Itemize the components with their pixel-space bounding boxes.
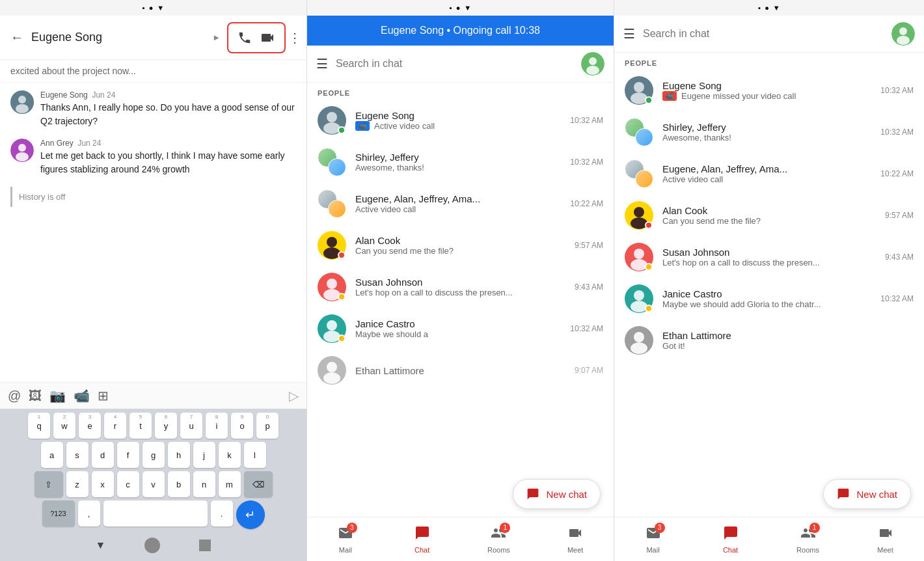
nav-mail-right[interactable]: 3 Mail: [614, 517, 692, 561]
contact-item-ethan[interactable]: Ethan Lattimore 9:07 AM: [307, 349, 614, 391]
key-shift[interactable]: ⇧: [34, 471, 63, 497]
alan-avatar: [318, 231, 346, 260]
contact-item-eugene[interactable]: Eugene Song 📹 Active video call 10:32 AM: [307, 100, 614, 141]
key-b[interactable]: b: [168, 471, 190, 497]
away-indicator: [338, 335, 346, 342]
nav-meet-right[interactable]: Meet: [847, 517, 924, 561]
contact-item-alan-right[interactable]: Alan Cook Can you send me the file? 9:57…: [614, 195, 924, 236]
clipped-text: excited about the project now...: [10, 66, 136, 76]
key-a[interactable]: a: [41, 442, 63, 468]
key-r[interactable]: 4r: [104, 413, 126, 439]
nav-rooms-right[interactable]: 1 Rooms: [769, 517, 847, 561]
at-icon[interactable]: @: [8, 389, 21, 404]
more-options-button[interactable]: ⋮: [288, 30, 301, 46]
hamburger-icon-right[interactable]: ☰: [623, 26, 635, 42]
camera-icon[interactable]: 📷: [49, 388, 66, 404]
key-e[interactable]: 3e: [79, 413, 101, 439]
user-avatar-right[interactable]: [891, 22, 915, 46]
message-date: Jun 24: [77, 139, 101, 148]
key-backspace[interactable]: ⌫: [244, 471, 273, 497]
sender-name: Ann Grey: [40, 139, 74, 148]
back-button[interactable]: ←: [8, 27, 26, 48]
contact-item-alan[interactable]: Alan Cook Can you send me the file? 9:57…: [307, 225, 614, 266]
contact-item-shirley[interactable]: Shirley, Jeffery Awesome, thanks! 10:32 …: [307, 141, 614, 183]
nav-mail-label-right: Mail: [646, 546, 659, 554]
key-z[interactable]: z: [66, 471, 88, 497]
svg-point-23: [323, 372, 340, 384]
key-o[interactable]: 9o: [231, 413, 253, 439]
key-period[interactable]: .: [211, 500, 233, 527]
key-t[interactable]: 5t: [129, 413, 152, 439]
contact-time-right: 10:32 AM: [880, 86, 914, 95]
video-attach-icon[interactable]: 📹: [74, 388, 90, 404]
svg-point-22: [327, 362, 337, 372]
contact-name: Eugene, Alan, Jeffrey, Ama...: [355, 193, 565, 204]
contact-name-right: Shirley, Jeffery: [662, 122, 875, 133]
key-u[interactable]: 7u: [180, 413, 202, 439]
contact-item-susan-right[interactable]: Susan Johnson Let's hop on a call to dis…: [614, 236, 924, 278]
key-c[interactable]: c: [117, 471, 139, 497]
contact-info-right: Susan Johnson Let's hop on a call to dis…: [662, 247, 880, 267]
new-chat-button-right[interactable]: New chat: [823, 479, 911, 509]
key-j[interactable]: j: [193, 442, 215, 468]
recents-indicator[interactable]: [199, 540, 211, 551]
nav-rooms[interactable]: 1 Rooms: [461, 517, 537, 561]
key-i[interactable]: 8i: [206, 413, 228, 439]
nav-chat-right[interactable]: Chat: [692, 517, 769, 561]
rooms-icon-right: 1: [800, 525, 816, 544]
key-k[interactable]: k: [219, 442, 241, 468]
key-s[interactable]: s: [66, 442, 88, 468]
home-indicator[interactable]: [144, 538, 160, 553]
contact-item-shirley-right[interactable]: Shirley, Jeffery Awesome, thanks! 10:32 …: [614, 111, 924, 153]
key-m[interactable]: m: [219, 471, 241, 497]
search-input[interactable]: [336, 58, 573, 70]
key-space[interactable]: [103, 500, 208, 527]
nav-back-icon[interactable]: ▼: [96, 540, 106, 551]
send-button[interactable]: ▷: [289, 388, 299, 404]
key-enter[interactable]: ↵: [236, 500, 265, 529]
key-y[interactable]: 6y: [155, 413, 177, 439]
key-v[interactable]: v: [143, 471, 165, 497]
key-d[interactable]: d: [92, 442, 114, 468]
video-call-button[interactable]: [257, 27, 278, 48]
key-h[interactable]: h: [168, 442, 190, 468]
contact-item-ethan-right[interactable]: Ethan Lattimore Got it!: [614, 320, 924, 361]
key-f[interactable]: f: [117, 442, 139, 468]
plus-icon[interactable]: ⊞: [98, 388, 109, 404]
key-comma[interactable]: ,: [78, 500, 100, 527]
key-symbols[interactable]: ?123: [42, 500, 75, 527]
mail-badge-right: 3: [655, 523, 665, 533]
contact-preview: Can you send me the file?: [355, 246, 569, 256]
contact-item-group-right[interactable]: Eugene, Alan, Jeffrey, Ama... Active vid…: [614, 153, 924, 195]
contact-item-eugene-right[interactable]: Eugene Song 📹 Eugene missed your video c…: [614, 70, 924, 111]
key-x[interactable]: x: [92, 471, 114, 497]
key-w[interactable]: 2w: [53, 413, 75, 439]
ongoing-call-banner[interactable]: Eugene Song • Ongoing call 10:38: [307, 16, 614, 46]
user-avatar-svg-right: [891, 22, 915, 46]
user-avatar-search[interactable]: [581, 52, 605, 75]
search-input-right[interactable]: [643, 28, 884, 40]
key-l[interactable]: l: [244, 442, 266, 468]
busy-indicator-right: [645, 221, 653, 229]
group-av-b: [328, 158, 346, 176]
contact-item-group[interactable]: Eugene, Alan, Jeffrey, Ama... Active vid…: [307, 183, 614, 225]
contact-item-susan[interactable]: Susan Johnson Let's hop on a call to dis…: [307, 266, 614, 308]
keyboard-row-bottom: ?123 , . ↵: [3, 500, 304, 529]
ethan-avatar-right: [625, 326, 653, 355]
nav-chat[interactable]: Chat: [384, 517, 461, 561]
contact-item-janice-right[interactable]: Janice Castro Maybe we should add Gloria…: [614, 278, 924, 320]
nav-meet[interactable]: Meet: [537, 517, 614, 561]
group-avatar-inner-right: [625, 159, 653, 188]
key-n[interactable]: n: [193, 471, 215, 497]
image-icon[interactable]: 🖼: [29, 389, 42, 404]
nav-mail[interactable]: 3 Mail: [307, 517, 384, 561]
phone-call-button[interactable]: [235, 28, 254, 48]
key-p[interactable]: 0p: [256, 413, 279, 439]
hamburger-icon[interactable]: ☰: [316, 56, 328, 72]
contact-item-janice[interactable]: Janice Castro Maybe we should a 10:32 AM: [307, 308, 614, 349]
key-q[interactable]: 1q: [28, 413, 50, 439]
key-g[interactable]: g: [143, 442, 165, 468]
eugene-avatar: [318, 106, 346, 135]
contact-preview: 📹 Active video call: [355, 121, 565, 131]
new-chat-button[interactable]: New chat: [513, 479, 601, 509]
